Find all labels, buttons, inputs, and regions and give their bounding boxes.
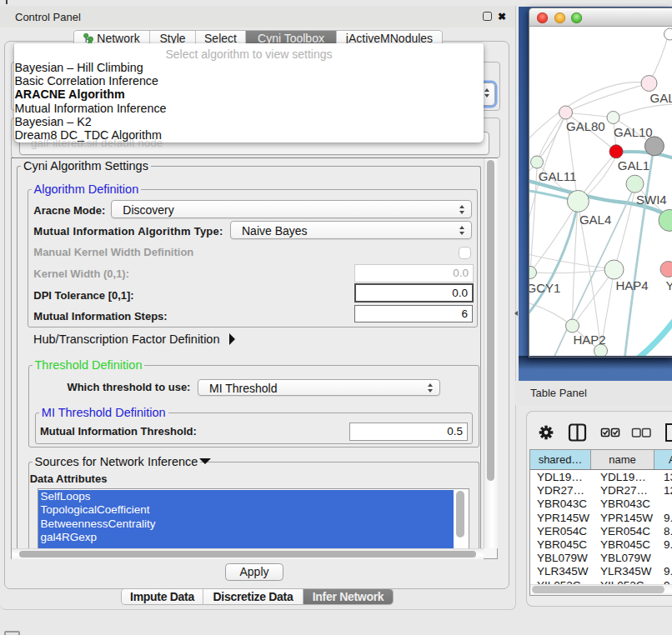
svg-text:HAP2: HAP2 xyxy=(574,332,606,347)
svg-text:GAL: GAL xyxy=(650,91,672,105)
svg-text:GAL1: GAL1 xyxy=(618,158,649,172)
svg-text:HAP4: HAP4 xyxy=(616,278,649,292)
svg-text:SWI4: SWI4 xyxy=(636,192,667,207)
svg-text:GAL11: GAL11 xyxy=(539,169,577,183)
svg-text:Y: Y xyxy=(666,278,672,292)
svg-text:GAL4: GAL4 xyxy=(579,212,611,227)
svg-text:GCY1: GCY1 xyxy=(529,281,560,295)
svg-text:GAL10: GAL10 xyxy=(614,125,653,139)
svg-text:GAL80: GAL80 xyxy=(566,119,605,133)
